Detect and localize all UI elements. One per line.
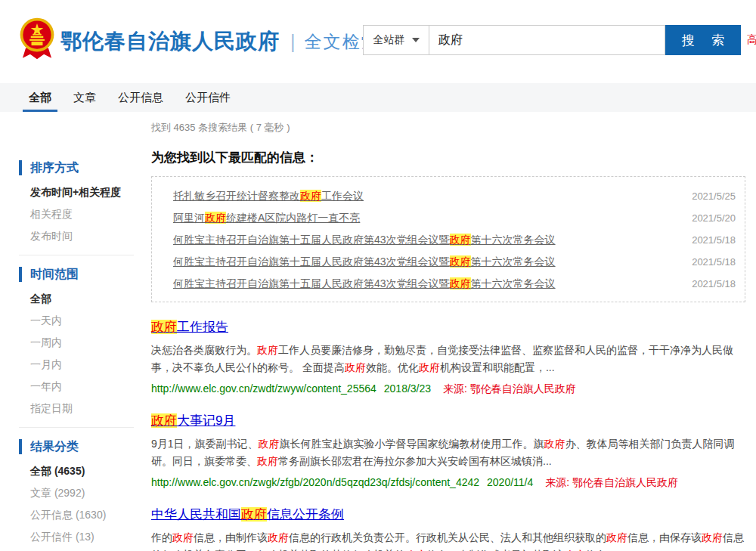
text-fragment: 第十六次常务会议 bbox=[471, 277, 556, 289]
sidebar-filter-item[interactable]: 全部 (4635) bbox=[19, 465, 134, 477]
site-title: 鄂伦春自治旗人民政府 bbox=[60, 27, 280, 56]
result-count: 找到 4635 条搜索结果 ( 7 毫秒 ) bbox=[151, 121, 290, 135]
chevron-down-icon bbox=[412, 38, 420, 42]
sidebar-filter-item[interactable]: 全部 bbox=[19, 293, 134, 305]
result-source: 来源: 鄂伦春自治旗人民政府 bbox=[545, 476, 678, 488]
result-meta-line: http://www.elc.gov.cn/zwgk/zfgb/2020n/d5… bbox=[151, 476, 745, 490]
sidebar-filter-item[interactable]: 指定日期 bbox=[19, 402, 134, 414]
result-snippet: 决惩治各类腐败行为。政府工作人员要廉洁修身，勤勉尽责，自觉接受法律监督、监察监督… bbox=[151, 342, 745, 376]
text-fragment: 第十六次常务会议 bbox=[471, 234, 556, 246]
text-fragment: 效能。优化 bbox=[366, 361, 419, 373]
sidebar-filter-item[interactable]: 一月内 bbox=[19, 358, 134, 370]
result-url: http://www.elc.gov.cn/zwdt/zwyw/content_… bbox=[151, 382, 376, 395]
best-match-row: 托扎敏乡召开统计督察整改政府工作会议2021/5/25 bbox=[173, 185, 736, 207]
keyword-highlight: 政府 bbox=[419, 361, 440, 373]
result-title: 政府工作报告 bbox=[151, 319, 745, 336]
text-fragment: 常务副旗长邵宏君在海拉尔参加大兴安岭国有林区城镇消... bbox=[278, 455, 552, 467]
search-scope-dropdown[interactable]: 全站群 bbox=[363, 25, 429, 55]
best-match-heading: 为您找到以下最匹配的信息： bbox=[151, 149, 745, 166]
sidebar-filter-item[interactable]: 一天内 bbox=[19, 314, 134, 327]
keyword-highlight: 政府 bbox=[151, 320, 177, 334]
best-match-date: 2021/5/18 bbox=[681, 234, 736, 246]
tab[interactable]: 全部 bbox=[26, 83, 54, 112]
text-fragment: 信息的行政机关负责公开。行政机关从公民、法人和其他组织获取的 bbox=[289, 531, 606, 543]
keyword-highlight: 政府 bbox=[300, 190, 321, 202]
keyword-highlight: 政府 bbox=[257, 455, 278, 467]
best-match-date: 2021/5/18 bbox=[681, 278, 736, 289]
keyword-highlight: 政府 bbox=[450, 234, 471, 246]
sidebar-filter-item[interactable]: 发布时间+相关程度 bbox=[19, 186, 134, 198]
sidebar-divider bbox=[19, 427, 134, 428]
result-title-link[interactable]: 中华人民共和国政府信息公开条例 bbox=[151, 507, 344, 522]
best-match-list: 托扎敏乡召开统计督察整改政府工作会议2021/5/25阿里河政府统建楼A区院内路… bbox=[151, 176, 745, 302]
result-title-link[interactable]: 政府大事记9月 bbox=[151, 413, 235, 428]
result-title: 中华人民共和国政府信息公开条例 bbox=[151, 506, 745, 523]
text-fragment: 9月1日，旗委副书记、 bbox=[151, 438, 259, 450]
search-bar: 全站群 搜 索 bbox=[363, 25, 741, 55]
text-fragment: 大事记9月 bbox=[177, 413, 235, 428]
best-match-row: 何胜宝主持召开自治旗第十五届人民政府第43次党组会议暨政府第十六次常务会议202… bbox=[173, 229, 736, 251]
keyword-highlight: 政府 bbox=[268, 531, 289, 543]
sidebar-filter-item[interactable]: 一周内 bbox=[19, 336, 134, 348]
scope-value: 全站群 bbox=[373, 33, 405, 47]
sidebar-section-title: 时间范围 bbox=[19, 267, 134, 282]
result-snippet: 9月1日，旗委副书记、政府旗长何胜宝赴旗实验小学督导国家统编教材使用工作。旗政府… bbox=[151, 435, 745, 470]
keyword-highlight: 政府 bbox=[702, 531, 723, 543]
best-match-link[interactable]: 托扎敏乡召开统计督察整改政府工作会议 bbox=[173, 190, 681, 203]
result-title-link[interactable]: 政府工作报告 bbox=[151, 320, 228, 334]
keyword-highlight: 政府 bbox=[450, 255, 471, 268]
best-match-link[interactable]: 阿里河政府统建楼A区院内路灯一直不亮 bbox=[173, 212, 681, 225]
tab[interactable]: 文章 bbox=[71, 83, 98, 112]
results-main: 为您找到以下最匹配的信息： 托扎敏乡召开统计督察整改政府工作会议2021/5/2… bbox=[151, 149, 745, 551]
advanced-search-link[interactable]: 高 bbox=[747, 33, 756, 47]
best-match-date: 2021/5/25 bbox=[681, 190, 736, 202]
keyword-highlight: 政府 bbox=[257, 344, 278, 356]
search-input[interactable] bbox=[429, 25, 665, 55]
text-fragment: 信息公开条例 bbox=[267, 507, 344, 522]
text-fragment: 统建楼A区院内路灯一直不亮 bbox=[226, 212, 360, 224]
best-match-link[interactable]: 何胜宝主持召开自治旗第十五届人民政府第43次党组会议暨政府第十六次常务会议 bbox=[173, 255, 681, 269]
keyword-highlight: 政府 bbox=[450, 277, 471, 289]
sidebar-filter-item[interactable]: 相关程度 bbox=[19, 208, 134, 220]
tab[interactable]: 公开信件 bbox=[183, 83, 233, 112]
search-result: 政府工作报告决惩治各类腐败行为。政府工作人员要廉洁修身，勤勉尽责，自觉接受法律监… bbox=[151, 319, 745, 396]
best-match-date: 2021/5/20 bbox=[681, 212, 736, 224]
text-fragment: 何胜宝主持召开自治旗第十五届人民政府第43次党组会议暨 bbox=[173, 255, 450, 268]
keyword-highlight: 政府 bbox=[172, 531, 194, 543]
keyword-highlight: 政府 bbox=[544, 438, 565, 450]
sidebar-section-title: 结果分类 bbox=[19, 439, 134, 454]
sidebar-filter-item[interactable]: 公开信件 (13) bbox=[19, 531, 134, 543]
best-match-link[interactable]: 何胜宝主持召开自治旗第十五届人民政府第43次党组会议暨政府第十六次常务会议 bbox=[173, 277, 681, 291]
sidebar: 排序方式发布时间+相关程度相关程度发布时间时间范围全部一天内一周内一月内一年内指… bbox=[19, 160, 134, 551]
search-button[interactable]: 搜 索 bbox=[665, 25, 741, 55]
sidebar-filter-item[interactable]: 公开信息 (1630) bbox=[19, 509, 134, 521]
text-fragment: 托扎敏乡召开统计督察整改 bbox=[173, 190, 300, 202]
keyword-highlight: 政府 bbox=[606, 531, 627, 543]
result-date: 2020/11/4 bbox=[487, 476, 533, 488]
result-title: 政府大事记9月 bbox=[151, 413, 745, 429]
result-list: 政府工作报告决惩治各类腐败行为。政府工作人员要廉洁修身，勤勉尽责，自觉接受法律监… bbox=[151, 319, 745, 551]
text-fragment: 机构设置和职能配置，... bbox=[440, 361, 555, 373]
sidebar-divider bbox=[19, 255, 134, 255]
search-result: 中华人民共和国政府信息公开条例作的政府信息，由制作该政府信息的行政机关负责公开。… bbox=[151, 506, 745, 551]
result-meta-line: http://www.elc.gov.cn/zwdt/zwyw/content_… bbox=[151, 382, 745, 396]
sidebar-filter-item[interactable]: 发布时间 bbox=[19, 230, 134, 242]
tab[interactable]: 公开信息 bbox=[116, 83, 166, 112]
keyword-highlight: 政府 bbox=[205, 212, 226, 224]
result-snippet: 作的政府信息，由制作该政府信息的行政机关负责公开。行政机关从公民、法人和其他组织… bbox=[151, 529, 745, 551]
text-fragment: 中华人民共和国 bbox=[151, 507, 241, 522]
category-tabbar: 全部文章公开信息公开信件 bbox=[0, 83, 756, 112]
best-match-date: 2021/5/18 bbox=[681, 256, 736, 268]
text-fragment: 信息，由制作该 bbox=[194, 531, 268, 543]
sidebar-filter-item[interactable]: 文章 (2992) bbox=[19, 487, 134, 499]
text-fragment: 阿里河 bbox=[173, 212, 205, 224]
national-emblem-logo bbox=[18, 17, 56, 60]
brand: 鄂伦春自治旗人民政府 | 全文检索 bbox=[60, 27, 380, 56]
keyword-highlight: 政府 bbox=[151, 413, 177, 428]
best-match-row: 何胜宝主持召开自治旗第十五届人民政府第43次党组会议暨政府第十六次常务会议202… bbox=[173, 273, 736, 295]
best-match-link[interactable]: 何胜宝主持召开自治旗第十五届人民政府第43次党组会议暨政府第十六次常务会议 bbox=[173, 234, 681, 247]
site-header: 鄂伦春自治旗人民政府 | 全文检索 全站群 搜 索 高 bbox=[0, 0, 756, 83]
keyword-highlight: 政府 bbox=[241, 507, 267, 522]
title-separator: | bbox=[290, 31, 296, 53]
sidebar-filter-item[interactable]: 一年内 bbox=[19, 380, 134, 392]
